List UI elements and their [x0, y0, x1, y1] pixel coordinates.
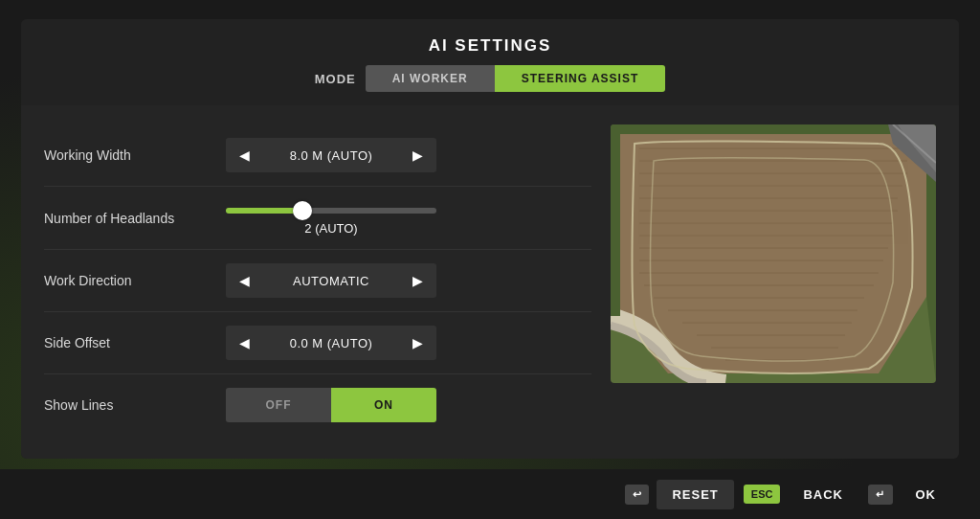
- headlands-row: Number of Headlands 2 (AUTO): [44, 187, 591, 250]
- svg-marker-2: [611, 124, 620, 316]
- esc-key-icon: ESC: [744, 485, 781, 504]
- working-width-next[interactable]: ▶: [407, 145, 429, 166]
- ok-key-icon: ↵: [868, 485, 893, 505]
- headlands-slider-container: [226, 200, 436, 217]
- back-group: ESC BACK: [744, 480, 858, 509]
- reset-group: ↩ RESET: [625, 480, 734, 509]
- side-offset-next[interactable]: ▶: [407, 332, 429, 353]
- side-offset-value: 0.0 M (AUTO): [256, 336, 407, 350]
- show-lines-toggle: OFF ON: [226, 388, 436, 422]
- headlands-slider[interactable]: [226, 208, 436, 214]
- show-lines-off[interactable]: OFF: [226, 388, 331, 422]
- side-offset-label: Side Offset: [44, 335, 226, 350]
- reset-button[interactable]: RESET: [657, 480, 733, 509]
- panel-header: AI SETTINGS: [21, 19, 959, 65]
- work-direction-label: Work Direction: [44, 273, 226, 288]
- svg-marker-3: [611, 124, 926, 134]
- headlands-label: Number of Headlands: [44, 211, 226, 226]
- working-width-row: Working Width ◀ 8.0 M (AUTO) ▶: [44, 124, 591, 187]
- side-offset-control: ◀ 0.0 M (AUTO) ▶: [226, 326, 591, 360]
- work-direction-row: Work Direction ◀ AUTOMATIC ▶: [44, 250, 591, 312]
- side-offset-prev[interactable]: ◀: [234, 332, 256, 353]
- show-lines-on[interactable]: ON: [331, 388, 436, 422]
- panel-title: AI SETTINGS: [429, 36, 552, 55]
- panel-body: Working Width ◀ 8.0 M (AUTO) ▶ Number of…: [21, 105, 959, 459]
- show-lines-row: Show Lines OFF ON: [44, 374, 591, 436]
- map-svg: [611, 124, 936, 383]
- show-lines-label: Show Lines: [44, 397, 226, 413]
- back-button[interactable]: BACK: [788, 480, 858, 509]
- work-direction-prev[interactable]: ◀: [234, 270, 256, 291]
- settings-section: Working Width ◀ 8.0 M (AUTO) ▶ Number of…: [44, 124, 591, 436]
- ok-group: ↵ OK: [868, 480, 951, 509]
- reset-key-icon: ↩: [625, 485, 650, 505]
- working-width-selector: ◀ 8.0 M (AUTO) ▶: [226, 138, 436, 172]
- mode-tabs: MODE AI WORKER STEERING ASSIST: [21, 65, 959, 105]
- mode-label: MODE: [315, 72, 356, 86]
- map-section: [611, 124, 936, 436]
- tab-steering-assist[interactable]: STEERING ASSIST: [495, 65, 666, 92]
- work-direction-next[interactable]: ▶: [407, 270, 429, 291]
- work-direction-control: ◀ AUTOMATIC ▶: [226, 263, 591, 298]
- main-panel: AI SETTINGS MODE AI WORKER STEERING ASSI…: [21, 19, 959, 459]
- working-width-label: Working Width: [44, 147, 226, 163]
- tab-ai-worker[interactable]: AI WORKER: [366, 65, 495, 92]
- working-width-control: ◀ 8.0 M (AUTO) ▶: [226, 138, 591, 172]
- work-direction-value: AUTOMATIC: [256, 274, 407, 288]
- working-width-prev[interactable]: ◀: [234, 145, 256, 166]
- map-canvas: [611, 124, 936, 383]
- work-direction-selector: ◀ AUTOMATIC ▶: [226, 263, 436, 298]
- side-offset-selector: ◀ 0.0 M (AUTO) ▶: [226, 326, 436, 360]
- ok-button[interactable]: OK: [901, 480, 952, 509]
- headlands-value: 2 (AUTO): [226, 221, 436, 236]
- working-width-value: 8.0 M (AUTO): [256, 148, 407, 163]
- footer-bar: ↩ RESET ESC BACK ↵ OK: [0, 469, 980, 519]
- show-lines-control: OFF ON: [226, 388, 591, 422]
- side-offset-row: Side Offset ◀ 0.0 M (AUTO) ▶: [44, 312, 591, 374]
- headlands-control: 2 (AUTO): [226, 200, 591, 236]
